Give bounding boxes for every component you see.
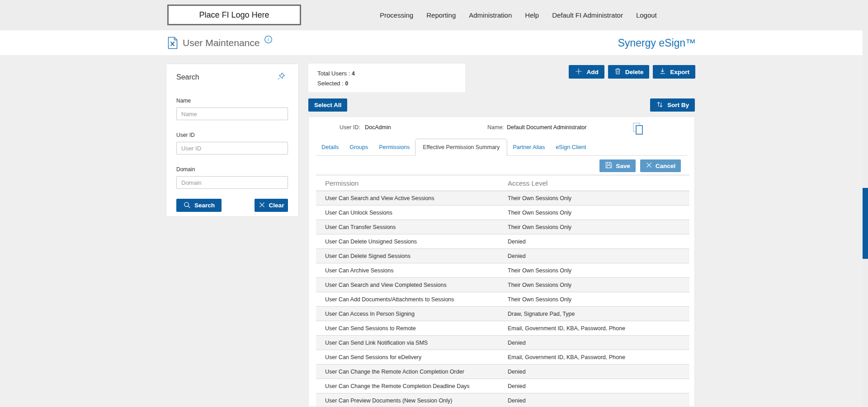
access-level-cell: Denied	[499, 369, 689, 375]
table-row: User Can Send Sessions for eDelivery Ema…	[316, 350, 689, 365]
user-id-input[interactable]	[176, 142, 288, 154]
top-nav: Processing Reporting Administration Help…	[380, 0, 657, 30]
permission-cell: User Can Delete Unsigned Sessions	[316, 239, 499, 245]
permission-cell: User Can Send Link Notification via SMS	[316, 340, 499, 346]
user-identity-row: User ID: DocAdmin Name: Default Document…	[309, 117, 694, 139]
domain-field-label: Domain	[176, 166, 288, 173]
add-button[interactable]: Add	[569, 65, 604, 79]
permissions-table: Permission Access Level User Can Search …	[316, 175, 689, 407]
name-label: Name:	[487, 124, 504, 131]
table-row: User Can Change the Remote Action Comple…	[316, 365, 689, 379]
download-icon	[659, 67, 666, 76]
fi-logo-placeholder: Place FI Logo Here	[167, 5, 301, 25]
pin-icon[interactable]	[276, 71, 286, 83]
save-button[interactable]: Save	[599, 159, 636, 172]
clear-x-icon	[259, 201, 265, 210]
plus-icon	[575, 67, 583, 77]
permission-cell: User Can Transfer Sessions	[316, 224, 499, 230]
search-panel-title: Search	[176, 73, 199, 81]
access-level-cell: Their Own Sessions Only	[499, 296, 689, 303]
total-users-value: 4	[352, 70, 355, 77]
copy-icon[interactable]	[632, 122, 644, 136]
access-level-cell: Their Own Sessions Only	[499, 224, 689, 230]
top-actions: Add Delete Export	[569, 65, 695, 79]
access-level-cell: Draw, Signature Pad, Type	[499, 311, 689, 317]
permission-cell: User Can Search and View Active Sessions	[316, 195, 499, 201]
access-level-cell: Email, Government ID, KBA, Password, Pho…	[499, 354, 689, 360]
screen: Place FI Logo Here Processing Reporting …	[0, 0, 868, 407]
clear-button[interactable]: Clear	[255, 199, 288, 212]
access-level-cell: Denied	[499, 383, 689, 389]
access-level-cell: Denied	[499, 398, 689, 404]
trash-icon	[614, 67, 622, 76]
selected-label: Selected :	[317, 80, 344, 87]
page-header: User Maintenance i Synergy eSign™	[0, 30, 868, 55]
tab-partner-alias[interactable]: Partner Alias	[507, 139, 550, 155]
top-nav-item-logout[interactable]: Logout	[636, 11, 657, 19]
page-title: User Maintenance	[183, 37, 259, 48]
select-all-button[interactable]: Select All	[308, 98, 347, 112]
top-nav-item-administration[interactable]: Administration	[469, 11, 512, 19]
total-users-label: Total Users :	[317, 70, 350, 77]
sort-by-button[interactable]: Sort By	[650, 98, 695, 112]
tab-permissions[interactable]: Permissions	[373, 139, 415, 155]
fi-logo-text: Place FI Logo Here	[199, 10, 269, 20]
table-row: User Can Preview Documents (New Session …	[316, 393, 689, 407]
table-row: User Can Access In Person Signing Draw, …	[316, 307, 689, 321]
table-row: User Can Delete Unsigned Sessions Denied	[316, 234, 689, 249]
top-bar: Place FI Logo Here Processing Reporting …	[0, 0, 868, 30]
user-id-label: User ID:	[340, 124, 360, 131]
tab-effective-permission-summary[interactable]: Effective Permission Summary	[415, 139, 507, 156]
table-row: User Can Add Documents/Attachments to Se…	[316, 292, 689, 307]
permission-column-header: Permission	[316, 179, 499, 187]
delete-button[interactable]: Delete	[608, 65, 650, 79]
user-maintenance-icon	[167, 37, 178, 49]
table-row: User Can Change the Remote Completion De…	[316, 379, 689, 393]
summary-box: Total Users : 4 Selected : 0	[308, 64, 465, 92]
page-scrollbar[interactable]	[863, 0, 868, 407]
top-nav-item-default-fi-administrator[interactable]: Default FI Administrator	[552, 11, 623, 19]
table-row: User Can Transfer Sessions Their Own Ses…	[316, 220, 689, 234]
table-row: User Can Delete Signed Sessions Denied	[316, 249, 689, 263]
permission-cell: User Can Archive Sessions	[316, 267, 499, 274]
permissions-rows: User Can Search and View Active Sessions…	[316, 191, 689, 407]
access-level-cell: Email, Government ID, KBA, Password, Pho…	[499, 325, 689, 332]
export-button[interactable]: Export	[653, 65, 695, 79]
table-header: Permission Access Level	[316, 175, 689, 191]
user-card: User ID: DocAdmin Name: Default Document…	[308, 117, 695, 407]
search-button[interactable]: Search	[176, 199, 222, 212]
top-nav-item-reporting[interactable]: Reporting	[426, 11, 456, 19]
tab-groups[interactable]: Groups	[344, 139, 373, 155]
table-row: User Can Send Sessions to Remote Email, …	[316, 321, 689, 336]
selected-line: Selected : 0	[317, 79, 456, 89]
permission-cell: User Can Delete Signed Sessions	[316, 253, 499, 259]
permission-cell: User Can Preview Documents (New Session …	[316, 398, 499, 404]
name-field-label: Name	[176, 98, 288, 104]
search-panel: Search Name User ID Domain	[166, 64, 299, 217]
selected-value: 0	[345, 80, 348, 87]
table-row: User Can Send Link Notification via SMS …	[316, 336, 689, 350]
tab-details[interactable]: Details	[316, 139, 344, 155]
permission-cell: User Can Send Sessions to Remote	[316, 325, 499, 332]
cancel-x-icon	[646, 162, 652, 170]
user-id-field-label: User ID	[176, 132, 288, 138]
search-icon	[183, 201, 191, 210]
cancel-button[interactable]: Cancel	[640, 159, 681, 172]
permission-cell: User Can Unlock Sessions	[316, 210, 499, 216]
top-nav-item-help[interactable]: Help	[525, 11, 539, 19]
info-icon[interactable]: i	[264, 35, 273, 44]
name-value: Default Document Administrator	[507, 124, 586, 131]
domain-input[interactable]	[176, 176, 288, 189]
access-level-cell: Their Own Sessions Only	[499, 210, 689, 216]
user-tabs: Details Groups Permissions Effective Per…	[316, 139, 688, 156]
access-level-cell: Their Own Sessions Only	[499, 282, 689, 288]
top-nav-item-processing[interactable]: Processing	[380, 11, 413, 19]
scrollbar-thumb[interactable]	[863, 188, 868, 259]
sort-icon	[656, 101, 664, 110]
user-id-value: DocAdmin	[365, 124, 391, 131]
permission-cell: User Can Change the Remote Completion De…	[316, 383, 499, 389]
table-row: User Can Unlock Sessions Their Own Sessi…	[316, 206, 689, 220]
name-input[interactable]	[176, 108, 288, 120]
access-level-cell: Their Own Sessions Only	[499, 267, 689, 274]
tab-esign-client[interactable]: eSign Client	[550, 139, 591, 155]
